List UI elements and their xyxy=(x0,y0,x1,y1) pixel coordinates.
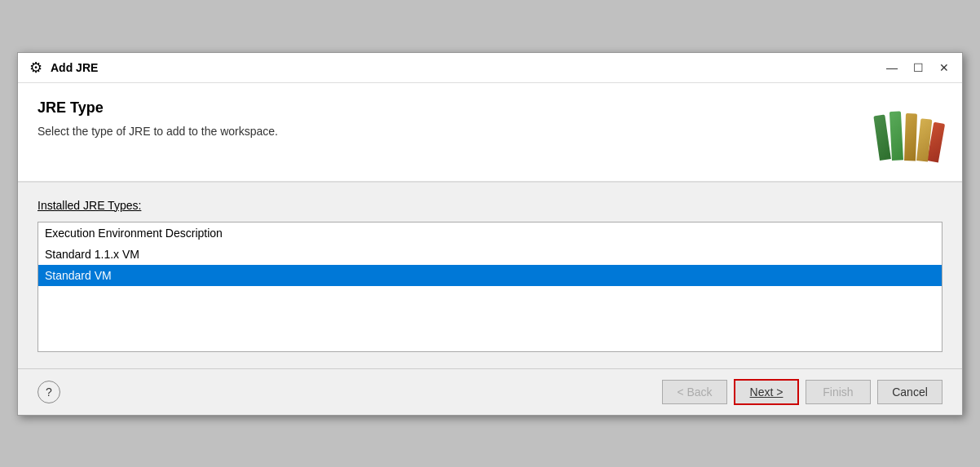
book-3 xyxy=(904,113,917,161)
add-jre-dialog: ⚙ Add JRE — ☐ ✕ JRE Type Select the type… xyxy=(17,52,963,416)
cancel-button[interactable]: Cancel xyxy=(877,380,942,404)
close-button[interactable]: ✕ xyxy=(936,59,952,76)
finish-button[interactable]: Finish xyxy=(806,380,871,404)
footer-section: ? < Back Next > Finish Cancel xyxy=(18,368,962,415)
close-icon: ✕ xyxy=(939,61,949,74)
dialog-icon: ⚙ xyxy=(28,59,44,76)
next-button[interactable]: Next > xyxy=(734,379,799,405)
list-item-exec-env[interactable]: Execution Environment Description xyxy=(38,222,942,244)
dialog-title: Add JRE xyxy=(51,61,877,74)
book-1 xyxy=(873,114,891,160)
header-title: JRE Type xyxy=(38,99,278,117)
maximize-button[interactable]: ☐ xyxy=(910,59,926,76)
installed-jre-label: Installed JRE Types: xyxy=(38,199,942,212)
maximize-icon: ☐ xyxy=(913,61,924,74)
minimize-button[interactable]: — xyxy=(884,59,900,76)
jre-types-listbox[interactable]: Execution Environment Description Standa… xyxy=(38,222,942,352)
header-books-icon xyxy=(877,99,942,165)
list-item-std-1-1x[interactable]: Standard 1.1.x VM xyxy=(38,244,942,265)
footer-left: ? xyxy=(38,381,60,403)
list-item-std-vm[interactable]: Standard VM xyxy=(38,265,942,286)
title-bar-controls: — ☐ ✕ xyxy=(884,59,952,76)
help-button[interactable]: ? xyxy=(38,381,60,403)
minimize-icon: — xyxy=(886,61,898,74)
book-2 xyxy=(889,111,903,161)
header-section: JRE Type Select the type of JRE to add t… xyxy=(18,83,962,183)
back-button[interactable]: < Back xyxy=(662,380,727,404)
footer-right: < Back Next > Finish Cancel xyxy=(662,379,942,405)
title-bar: ⚙ Add JRE — ☐ ✕ xyxy=(18,53,962,83)
header-text: JRE Type Select the type of JRE to add t… xyxy=(38,99,278,138)
header-description: Select the type of JRE to add to the wor… xyxy=(38,125,278,138)
content-section: Installed JRE Types: Execution Environme… xyxy=(18,183,962,368)
books-illustration xyxy=(880,104,941,161)
